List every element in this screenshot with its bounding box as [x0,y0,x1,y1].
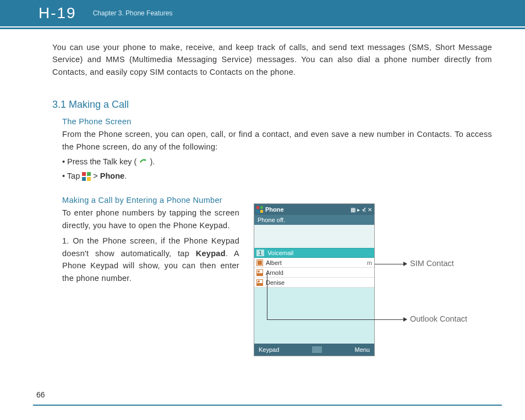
voicemail-label: Voicemail [267,250,293,256]
talk-key-icon [139,156,147,169]
phone-app-title: Phone [265,206,284,213]
softkey-right: Menu [354,346,370,353]
status-tray-icons: ▦▸⊀✕ [349,206,372,213]
intro-paragraph: You can use your phone to make, receive,… [52,41,492,78]
page-header: H-19 Chapter 3. Phone Features [0,0,525,26]
bullet-list: • Press the Talk key ( ). • Tap > Phone. [62,155,492,183]
page-number: 66 [36,390,45,399]
phone-illustration-area: Phone ▦▸⊀✕ Phone off. 1 Voicemail Albert… [250,196,492,284]
step-1: 1. On the Phone screen, if the Phone Key… [62,235,239,284]
phone-titlebar: Phone ▦▸⊀✕ [254,204,374,215]
callout-arrow [375,264,406,264]
contact-name: Albert [266,259,282,266]
contact-name: Denise [266,279,285,286]
phone-softkey-bar: Keypad Menu [254,344,374,356]
callout-sim-label: SIM Contact [410,259,454,268]
brand-logo: H-19 [39,4,76,22]
softkey-center-icon [312,346,322,353]
arrowhead-icon [403,262,407,266]
section-title: 3.1 Making a Call [52,99,492,110]
bullet-talk-key: • Press the Talk key ( ). [62,155,492,169]
subsection-entering-number-title: Making a Call by Entering a Phone Number [62,196,239,205]
contact-row-sim: Albert m [254,258,374,268]
phone-display-area [254,225,374,248]
arrowhead-icon [403,317,407,322]
outlook-contact-icon [256,269,263,276]
phone-status-line: Phone off. [254,215,374,225]
contact-row-outlook: Denise [254,278,374,288]
phone-screenshot: Phone ▦▸⊀✕ Phone off. 1 Voicemail Albert… [254,203,375,356]
callout-outlook-label: Outlook Contact [410,314,467,323]
footer-accent-line [33,405,502,406]
voicemail-number: 1 [256,250,264,256]
windows-start-icon [82,172,91,181]
contact-row-outlook: Arnold [254,268,374,278]
bullet-tap-phone: • Tap > Phone. [62,169,492,183]
windows-start-icon [256,206,263,213]
softkey-left: Keypad [259,346,279,353]
sim-contact-icon [256,259,263,266]
phone-list-bg [254,288,374,344]
phone-voicemail-row: 1 Voicemail [254,248,374,258]
callout-line [267,273,267,319]
subsection-phone-screen-title: The Phone Screen [62,117,492,126]
subsection-entering-number-body: To enter phone numbers by tapping the sc… [62,207,239,231]
subsection-phone-screen-body: From the Phone screen, you can open, cal… [62,128,492,153]
callout-arrow [267,319,406,320]
outlook-contact-icon [256,279,263,286]
contact-name: Arnold [266,269,283,276]
chapter-title: Chapter 3. Phone Features [93,9,173,17]
